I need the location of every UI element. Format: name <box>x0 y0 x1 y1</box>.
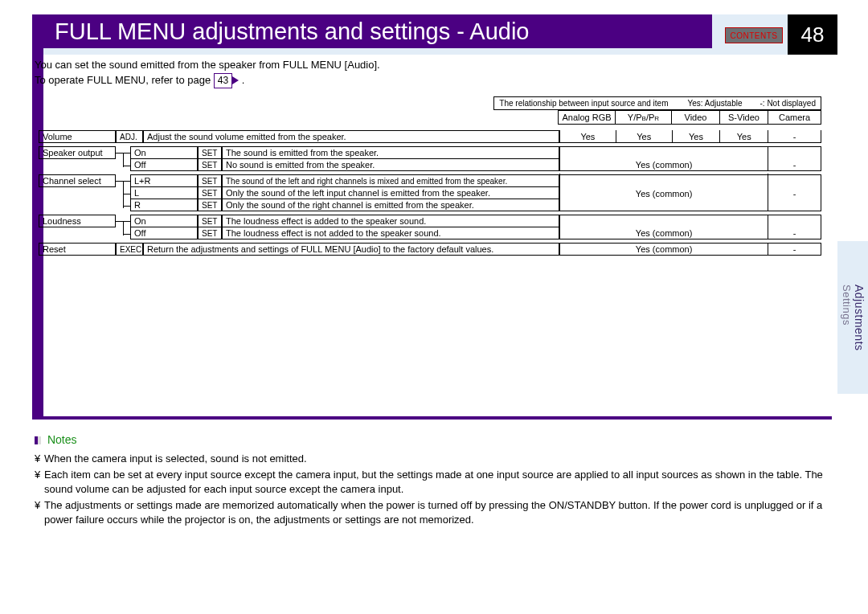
arrow-right-icon <box>232 76 239 84</box>
notes-heading: Notes <box>35 432 832 448</box>
table-header-row: Analog RGB Y/PB/PR Video S-Video Camera <box>558 110 821 125</box>
row-speaker-off: Off SET No sound is emitted from the spe… <box>39 159 821 171</box>
row-loudness-off: Off SET The loudness effect is not added… <box>39 227 821 239</box>
note-item: ¥When the camera input is selected, soun… <box>35 452 832 466</box>
page-title-bar: FULL MENU adjustments and settings - Aud… <box>43 14 712 48</box>
row-volume: Volume ADJ. Adjust the sound volume emit… <box>39 130 821 143</box>
row-channel-r: R SET Only the sound of the right channe… <box>39 199 821 211</box>
note-item: ¥Each item can be set at every input sou… <box>35 468 832 497</box>
row-reset: Reset EXEC. Return the adjustments and s… <box>39 243 821 256</box>
page-title: FULL MENU adjustments and settings - Aud… <box>55 18 529 45</box>
section-divider <box>32 416 832 420</box>
notes-icon <box>35 436 41 444</box>
contents-button[interactable]: CONTENTS <box>725 27 783 43</box>
note-item: ¥The adjustments or settings made are me… <box>35 498 832 527</box>
notes-section: Notes ¥When the camera input is selected… <box>35 432 832 530</box>
page-number: 48 <box>788 14 837 55</box>
page-ref-link[interactable]: 43 <box>214 73 232 88</box>
table-legend: The relationship between input source an… <box>493 96 821 110</box>
section-tab: Adjustments Settings <box>837 241 868 394</box>
intro-text: You can set the sound emitted from the s… <box>35 58 380 88</box>
